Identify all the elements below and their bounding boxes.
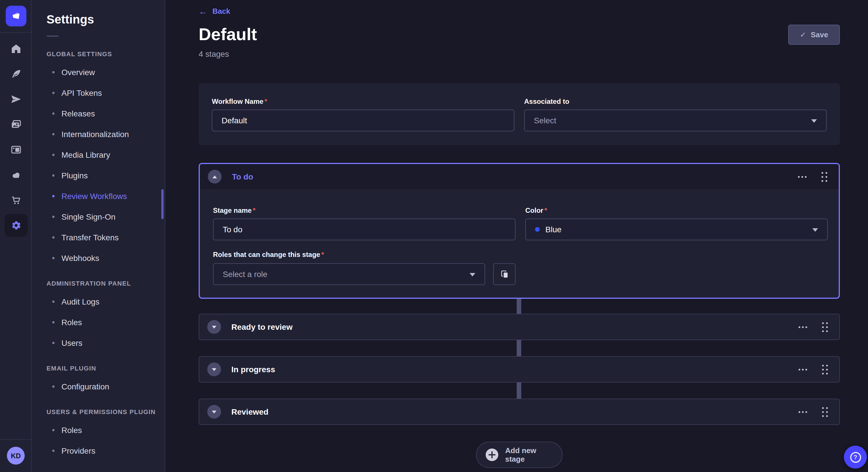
stage-title: To do (232, 172, 253, 181)
save-button[interactable]: ✓ Save (788, 25, 840, 45)
section-label-users-permissions-plugin: USERS & PERMISSIONS PLUGIN (46, 408, 165, 415)
check-icon: ✓ (800, 31, 806, 38)
stage-menu-button[interactable] (797, 409, 808, 415)
stage-menu-button[interactable] (797, 366, 808, 372)
bullet-icon (52, 429, 55, 431)
sidebar-item-webhooks[interactable]: Webhooks (46, 248, 165, 268)
required-asterisk: * (253, 206, 255, 214)
content-manager-icon[interactable] (0, 137, 32, 162)
color-select[interactable]: Blue (525, 218, 828, 240)
bullet-icon (52, 450, 55, 452)
stage-row-ready-to-review[interactable]: Ready to review (198, 314, 840, 340)
associated-to-label: Associated to (524, 98, 569, 105)
required-asterisk: * (265, 98, 267, 105)
chevron-down-icon (470, 273, 475, 276)
main-content: ← Back Default 4 stages ✓ Save Workflow … (165, 0, 868, 472)
stage-menu-button[interactable] (797, 173, 808, 180)
sidebar-item-providers[interactable]: Providers (46, 440, 165, 461)
required-asterisk: * (545, 206, 547, 214)
roles-label: Roles that can change this stage* (213, 250, 324, 259)
collapse-stage-button[interactable] (208, 170, 222, 183)
rail-divider (0, 32, 32, 33)
sidebar-item-transfer-tokens[interactable]: Transfer Tokens (46, 227, 165, 248)
stage-connector (517, 340, 521, 356)
page-title: Default (198, 25, 257, 44)
section-label-email-plugin: EMAIL PLUGIN (46, 365, 165, 372)
stage-menu-button[interactable] (797, 324, 808, 330)
drag-handle-icon[interactable] (821, 363, 829, 375)
required-asterisk: * (321, 250, 324, 259)
expand-stage-button[interactable] (207, 363, 221, 376)
bullet-icon (52, 92, 55, 94)
sidebar-item-single-sign-on[interactable]: Single Sign-On (46, 206, 165, 227)
color-swatch-blue (535, 227, 539, 232)
expand-stage-button[interactable] (207, 320, 221, 334)
copy-icon (500, 270, 509, 279)
workflow-name-label: Workflow Name* (212, 98, 267, 105)
add-new-stage-button[interactable]: Add new stage (476, 442, 563, 468)
sidebar-item-up-roles[interactable]: Roles (46, 420, 165, 440)
stage-name-label: Stage name* (213, 206, 255, 214)
icon-rail: KD (0, 0, 32, 472)
sidebar-item-users[interactable]: Users (46, 333, 165, 353)
bullet-icon (52, 257, 55, 259)
bullet-icon (52, 301, 55, 303)
sidebar-item-media-library[interactable]: Media Library (46, 144, 165, 165)
drag-handle-icon[interactable] (821, 406, 829, 418)
settings-rail-item[interactable] (0, 213, 32, 238)
section-label-administration-panel: ADMINISTRATION PANEL (46, 280, 165, 287)
paper-plane-icon[interactable] (0, 87, 32, 112)
bullet-icon (52, 71, 55, 73)
sidebar-item-overview[interactable]: Overview (46, 62, 165, 82)
sidebar-item-audit-logs[interactable]: Audit Logs (46, 291, 165, 312)
drag-handle-icon[interactable] (821, 321, 829, 333)
bullet-icon (52, 385, 55, 388)
chevron-down-icon (212, 368, 216, 371)
bullet-icon (52, 154, 55, 156)
sidebar-scrollbar-thumb[interactable] (161, 189, 164, 219)
home-icon[interactable] (0, 36, 32, 61)
sidebar-item-plugins[interactable]: Plugins (46, 165, 165, 186)
app-root: KD Settings GLOBAL SETTINGS Overview API… (0, 0, 868, 472)
bullet-icon (52, 321, 55, 324)
question-mark-icon: ? (850, 452, 861, 463)
drag-handle-icon[interactable] (820, 171, 828, 183)
bullet-icon (52, 174, 55, 177)
expand-stage-button[interactable] (207, 405, 221, 419)
sidebar-item-review-workflows[interactable]: Review Workflows (46, 186, 165, 206)
bullet-icon (52, 216, 55, 218)
bullet-icon (52, 236, 55, 239)
duplicate-stage-button[interactable] (493, 263, 516, 285)
rail-bottom-divider (0, 439, 32, 440)
feather-icon[interactable] (0, 61, 32, 87)
chevron-down-icon (212, 326, 216, 328)
cloud-icon[interactable] (0, 162, 32, 188)
bullet-icon (52, 133, 55, 135)
stage-connector (517, 382, 521, 399)
stage-name-input[interactable] (213, 218, 516, 240)
stage-row-in-progress[interactable]: In progress (198, 356, 840, 382)
back-arrow-icon: ← (198, 7, 207, 15)
chevron-down-icon (811, 119, 817, 123)
sidebar-item-api-tokens[interactable]: API Tokens (46, 82, 165, 103)
associated-to-select[interactable]: Select (524, 109, 827, 131)
roles-select[interactable]: Select a role (213, 263, 485, 285)
sidebar-item-internationalization[interactable]: Internationalization (46, 124, 165, 144)
user-avatar[interactable]: KD (7, 447, 25, 465)
chevron-down-icon (212, 410, 216, 413)
stage-row-reviewed[interactable]: Reviewed (198, 399, 840, 425)
stage-accordion-header[interactable]: To do (200, 164, 839, 189)
chevron-down-icon (812, 228, 818, 232)
sidebar-item-releases[interactable]: Releases (46, 103, 165, 124)
marketplace-cart-icon[interactable] (0, 188, 32, 213)
settings-gear-icon (4, 214, 27, 237)
sidebar-item-configuration[interactable]: Configuration (46, 376, 165, 397)
media-library-icon[interactable] (0, 112, 32, 137)
workflow-name-input[interactable] (212, 109, 515, 131)
sidebar-item-admin-roles[interactable]: Roles (46, 312, 165, 333)
stage-count: 4 stages (198, 49, 229, 59)
help-button[interactable]: ? (844, 446, 867, 469)
workflow-card: Workflow Name* Associated to Select (198, 83, 840, 145)
strapi-logo[interactable] (6, 6, 26, 26)
back-link[interactable]: ← Back (198, 7, 230, 15)
